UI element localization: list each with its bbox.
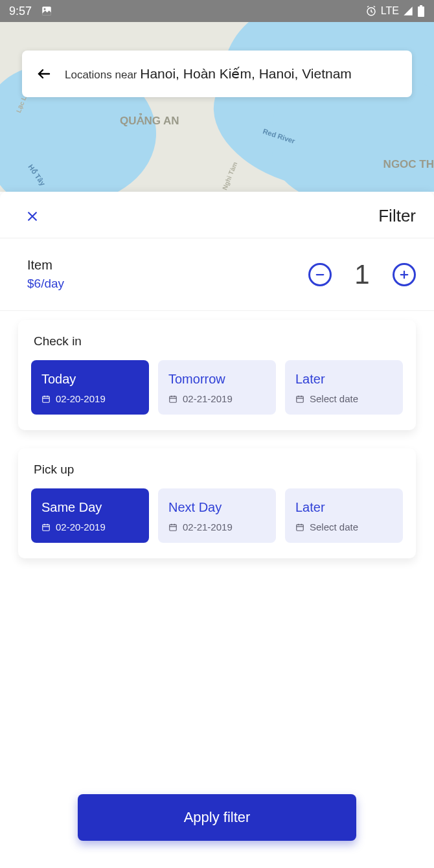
checkin-option-today[interactable]: Today 02-20-2019 — [31, 360, 149, 415]
status-time: 9:57 — [9, 5, 32, 18]
increment-button[interactable] — [393, 263, 416, 286]
pill-sub: Select date — [295, 521, 393, 532]
status-bar: 9:57 LTE — [0, 0, 434, 22]
calendar-icon — [168, 394, 177, 404]
quantity-stepper: 1 — [308, 259, 416, 290]
map-label: Nghi Tàm — [221, 161, 238, 190]
svg-rect-7 — [297, 396, 304, 402]
pill-main: Later — [295, 500, 393, 515]
pill-date: 02-20-2019 — [56, 521, 106, 532]
search-prefix: Locations near — [65, 69, 140, 81]
svg-rect-6 — [170, 396, 177, 402]
map-area[interactable]: QUẢNG AN NGOC TH Red River Lạc Long Quân… — [0, 22, 434, 192]
calendar-icon — [41, 394, 51, 404]
pill-main: Same Day — [41, 500, 139, 515]
svg-rect-5 — [43, 396, 50, 402]
filter-panel: Filter Item $6/day 1 Check in Today 02-2… — [0, 192, 434, 868]
search-location: Hanoi, Hoàn Kiếm, Hanoi, Vietnam — [140, 66, 352, 81]
pickup-title: Pick up — [18, 463, 416, 488]
item-label: Item — [27, 258, 64, 273]
pill-date: 02-21-2019 — [183, 521, 233, 532]
checkin-card: Check in Today 02-20-2019 Tomorrow 02-21… — [18, 320, 416, 430]
checkin-option-later[interactable]: Later Select date — [285, 360, 403, 415]
pill-date: 02-20-2019 — [56, 393, 106, 404]
decrement-button[interactable] — [308, 263, 332, 286]
calendar-icon — [168, 523, 177, 532]
search-text: Locations near Hanoi, Hoàn Kiếm, Hanoi, … — [65, 66, 352, 82]
status-network: LTE — [381, 5, 399, 17]
pill-main: Today — [41, 372, 139, 387]
item-row: Item $6/day 1 — [0, 238, 434, 311]
pill-main: Tomorrow — [168, 372, 266, 387]
status-right: LTE — [365, 5, 425, 17]
item-price: $6/day — [27, 277, 64, 291]
checkin-options: Today 02-20-2019 Tomorrow 02-21-2019 Lat… — [18, 360, 416, 415]
svg-rect-9 — [170, 524, 177, 530]
calendar-icon — [295, 394, 304, 404]
pill-date: 02-21-2019 — [183, 393, 233, 404]
checkin-title: Check in — [18, 334, 416, 360]
calendar-icon — [295, 523, 304, 532]
map-label: QUẢNG AN — [120, 114, 179, 128]
calendar-icon — [41, 523, 51, 532]
status-left: 9:57 — [9, 5, 52, 18]
svg-rect-4 — [420, 5, 422, 6]
item-info: Item $6/day — [27, 258, 64, 291]
filter-title: Filter — [378, 206, 416, 226]
map-label: NGOC TH — [383, 158, 434, 171]
pill-sub: Select date — [295, 393, 393, 404]
back-arrow-icon[interactable] — [36, 66, 52, 82]
quantity-value: 1 — [352, 259, 372, 290]
pill-sub: 02-20-2019 — [41, 393, 139, 404]
pickup-option-sameday[interactable]: Same Day 02-20-2019 — [31, 488, 149, 543]
svg-rect-10 — [297, 524, 304, 530]
pill-main: Later — [295, 372, 393, 387]
svg-rect-3 — [418, 6, 424, 17]
filter-header: Filter — [0, 192, 434, 238]
search-pill[interactable]: Locations near Hanoi, Hoàn Kiếm, Hanoi, … — [22, 51, 412, 97]
close-icon[interactable] — [26, 210, 39, 223]
svg-rect-8 — [43, 524, 50, 530]
pickup-option-nextday[interactable]: Next Day 02-21-2019 — [158, 488, 276, 543]
pickup-card: Pick up Same Day 02-20-2019 Next Day 02-… — [18, 448, 416, 558]
apply-filter-button[interactable]: Apply filter — [78, 794, 356, 841]
pill-date: Select date — [310, 521, 358, 532]
apply-label: Apply filter — [184, 809, 251, 826]
svg-point-1 — [44, 8, 46, 10]
gallery-icon — [41, 5, 52, 17]
pill-sub: 02-20-2019 — [41, 521, 139, 532]
pill-sub: 02-21-2019 — [168, 393, 266, 404]
pickup-options: Same Day 02-20-2019 Next Day 02-21-2019 … — [18, 488, 416, 543]
pickup-option-later[interactable]: Later Select date — [285, 488, 403, 543]
pill-main: Next Day — [168, 500, 266, 515]
signal-icon — [403, 6, 413, 16]
pill-date: Select date — [310, 393, 358, 404]
battery-icon — [417, 5, 425, 17]
map-bg: QUẢNG AN NGOC TH Red River Lạc Long Quân… — [0, 22, 434, 192]
pill-sub: 02-21-2019 — [168, 521, 266, 532]
alarm-icon — [365, 5, 377, 17]
checkin-option-tomorrow[interactable]: Tomorrow 02-21-2019 — [158, 360, 276, 415]
